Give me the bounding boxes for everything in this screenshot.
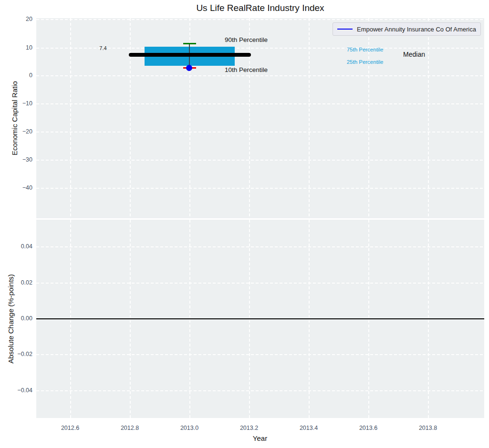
- gridline: [428, 18, 429, 218]
- ytick-label: 0.00: [0, 315, 32, 322]
- gridline: [36, 390, 484, 391]
- p10-annotation: 10th Percentile: [213, 66, 280, 73]
- legend: Empower Annuity Insurance Co Of America: [333, 22, 481, 36]
- xtick-label: 2012.8: [111, 424, 149, 432]
- legend-line-swatch: [337, 29, 353, 30]
- company-point-marker: [186, 65, 192, 71]
- top-y-axis-label: Economic Capital Ratio: [10, 81, 19, 155]
- p25-annotation: 25th Percentile: [332, 59, 398, 65]
- gridline: [36, 132, 484, 132]
- chart-title: Us Life RealRate Industry Index: [36, 3, 484, 13]
- top-plot-area: 7.4 90th Percentile 10th Percentile 75th…: [36, 18, 484, 218]
- gridline: [36, 354, 484, 355]
- xtick-label: 2013.4: [290, 424, 328, 432]
- gridline: [249, 18, 250, 218]
- gridline: [36, 160, 484, 161]
- xtick-label: 2013.0: [170, 424, 208, 432]
- gridline: [130, 18, 131, 218]
- gridline: [36, 188, 484, 189]
- gridline: [36, 103, 484, 104]
- gridline: [70, 18, 71, 218]
- ytick-label: −0.04: [0, 387, 32, 394]
- ytick-label: 0.04: [0, 243, 32, 250]
- figure: Us Life RealRate Industry Index: [0, 0, 489, 448]
- xtick-label: 2013.8: [409, 424, 447, 432]
- median-annotation: Median: [385, 51, 443, 58]
- ytick-label: −40: [0, 184, 32, 192]
- xtick-label: 2013.6: [349, 424, 387, 432]
- ytick-label: 0: [0, 71, 32, 79]
- gridline: [309, 18, 310, 218]
- gridline: [36, 246, 484, 247]
- x-axis-label: Year: [236, 434, 284, 442]
- ytick-label: −0.02: [0, 350, 32, 358]
- ytick-label: −30: [0, 156, 32, 163]
- bottom-y-axis-label: Absolute Change (%-points): [7, 274, 15, 364]
- ytick-label: 20: [0, 15, 32, 23]
- p90-annotation: 90th Percentile: [213, 36, 280, 43]
- gridline: [36, 75, 484, 76]
- xtick-label: 2012.6: [51, 424, 89, 432]
- p90-whisker-cap: [183, 43, 196, 44]
- ytick-label: 0.02: [0, 279, 32, 286]
- gridline: [36, 283, 484, 284]
- zero-reference-line: [36, 318, 484, 319]
- ytick-label: 10: [0, 44, 32, 51]
- bottom-plot-area: [36, 220, 484, 418]
- gridline: [36, 19, 484, 20]
- median-line: [129, 53, 251, 57]
- legend-entry-label: Empower Annuity Insurance Co Of America: [357, 26, 476, 33]
- median-value-annotation: 7.4: [94, 45, 113, 51]
- xtick-label: 2013.2: [230, 424, 268, 432]
